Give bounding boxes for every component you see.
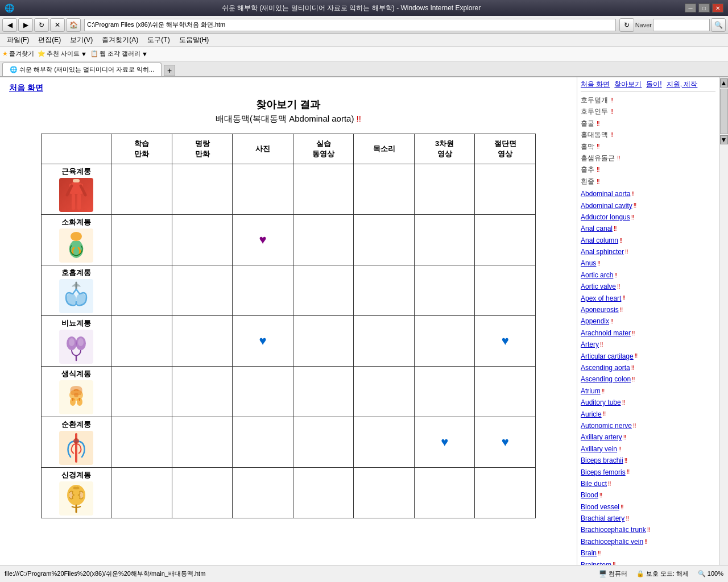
sidebar-link-biceps-femoris[interactable]: Biceps femoris (581, 467, 626, 478)
cell-uri-3-heart[interactable]: ♥ (233, 316, 293, 367)
refresh-button[interactable]: ↻ (34, 18, 49, 32)
cell-resp-2[interactable] (172, 265, 233, 316)
sidebar-home-link[interactable]: 처음 화면 (581, 80, 610, 89)
cell-digestive-2[interactable] (172, 215, 233, 265)
sidebar-ss-20[interactable]: ‼ (603, 409, 606, 419)
cell-resp-7[interactable] (475, 265, 536, 316)
sidebar-link-abdominal-aorta[interactable]: Abdominal aorta (581, 188, 630, 199)
home-link[interactable]: 처음 화면 (9, 83, 43, 92)
sidebar-link-axillary-artery[interactable]: Axillary artery (581, 431, 622, 443)
sidebar-ss-31[interactable]: ‼ (644, 537, 648, 547)
cell-circ-3[interactable] (233, 417, 293, 468)
sidebar-ss-korean-1[interactable]: ‼ (610, 95, 614, 106)
sidebar-ss-2[interactable]: ‼ (634, 200, 637, 211)
sidebar-ss-10[interactable]: ‼ (622, 293, 626, 304)
sidebar-link-auricle[interactable]: Auricle (581, 409, 602, 420)
sidebar-ss-25[interactable]: ‼ (627, 467, 630, 477)
heart-blue-circ-cross[interactable]: ♥ (502, 435, 509, 449)
heart-purple-digestive[interactable]: ♥ (259, 232, 267, 247)
scrollbar[interactable]: ▲ ▼ (719, 77, 728, 565)
cell-rep-1[interactable] (111, 367, 172, 417)
sidebar-link-atrium[interactable]: Atrium (581, 385, 601, 397)
sidebar-link-brainstem[interactable]: Brainstem (581, 559, 611, 565)
sidebar-ss-6[interactable]: ‼ (625, 247, 628, 257)
sidebar-link-ascending-aorta[interactable]: Ascending aorta (581, 362, 630, 373)
cell-uri-7-heart[interactable]: ♥ (475, 316, 536, 367)
cell-uri-4[interactable] (293, 316, 354, 367)
close-button[interactable]: ✕ (712, 3, 723, 13)
minimize-button[interactable]: ─ (685, 3, 696, 13)
cell-circ-2[interactable] (172, 417, 233, 468)
sidebar-link-anal-sphincter[interactable]: Anal sphincter (581, 246, 624, 257)
active-tab[interactable]: 🌐 쉬운 해부학 (재미있는 멀티미디어 자료로 익히... (2, 63, 162, 76)
sidebar-link-brain[interactable]: Brain (581, 547, 597, 559)
sidebar-link-abdominal-cavity[interactable]: Abdominal cavity (581, 200, 632, 211)
sidebar-ss-korean-7[interactable]: ‼ (597, 164, 600, 175)
cell-digestive-6[interactable] (414, 215, 475, 265)
go-button[interactable]: ↻ (619, 18, 634, 32)
search-input[interactable] (653, 19, 710, 31)
sidebar-ss-11[interactable]: ‼ (620, 305, 623, 315)
cell-circ-4[interactable] (293, 417, 354, 468)
search-item-link[interactable]: !! (357, 114, 361, 123)
cell-rep-2[interactable] (172, 367, 233, 417)
cell-digestive-4[interactable] (293, 215, 354, 265)
stop-button[interactable]: ✕ (50, 18, 65, 32)
sidebar-ss-15[interactable]: ‼ (635, 351, 638, 361)
cell-uri-2[interactable] (172, 316, 233, 367)
sidebar-ss-5[interactable]: ‼ (619, 235, 623, 246)
sidebar-ss-korean-2[interactable]: ‼ (610, 106, 614, 117)
menu-favorites[interactable]: 즐겨찾기(A) (97, 34, 143, 46)
sidebar-ss-14[interactable]: ‼ (600, 339, 603, 350)
sidebar-ss-13[interactable]: ‼ (632, 328, 635, 339)
new-tab-button[interactable]: + (164, 65, 175, 76)
home-button[interactable]: 🏠 (66, 18, 81, 32)
sidebar-link-adductor-longus[interactable]: Adductor longus (581, 211, 630, 223)
sidebar-link-brachiocephalic-vein[interactable]: Brachiocephalic vein (581, 536, 643, 547)
cell-uri-1[interactable] (111, 316, 172, 367)
cell-circ-1[interactable] (111, 417, 172, 468)
sidebar-link-aortic-valve[interactable]: Aortic valve (581, 281, 616, 292)
cell-nerv-5[interactable] (354, 468, 415, 518)
heart-blue-urinary-photo[interactable]: ♥ (259, 334, 267, 348)
sidebar-ss-19[interactable]: ‼ (622, 397, 626, 408)
cell-digestive-7[interactable] (475, 215, 536, 265)
sidebar-ss-3[interactable]: ‼ (631, 212, 635, 223)
menu-file[interactable]: 파일(F) (2, 34, 34, 46)
sidebar-link-blood[interactable]: Blood (581, 489, 598, 501)
cell-circ-6-heart[interactable]: ♥ (414, 417, 475, 468)
cell-digestive-5[interactable] (354, 215, 415, 265)
sidebar-link-anus[interactable]: Anus (581, 257, 596, 269)
sidebar-link-biceps-brachii[interactable]: Biceps brachii (581, 455, 623, 466)
maximize-button[interactable]: □ (698, 3, 710, 13)
cell-resp-3[interactable] (233, 265, 293, 316)
cell-rep-4[interactable] (293, 367, 354, 417)
cell-resp-5[interactable] (354, 265, 415, 316)
address-bar[interactable] (84, 19, 616, 31)
sidebar-ss-16[interactable]: ‼ (631, 363, 635, 373)
cell-digestive-1[interactable] (111, 215, 172, 265)
search-button[interactable]: 🔍 (711, 18, 726, 32)
heart-blue-urinary-cross[interactable]: ♥ (502, 334, 509, 348)
sidebar-link-arachnoid-mater[interactable]: Arachnoid mater (581, 327, 631, 339)
cell-muscle-3[interactable] (233, 164, 293, 215)
sidebar-ss-27[interactable]: ‼ (599, 490, 603, 501)
sidebar-ss-21[interactable]: ‼ (633, 421, 636, 431)
forward-button[interactable]: ▶ (18, 18, 33, 32)
sidebar-ss-1[interactable]: ‼ (631, 189, 635, 199)
sidebar-ss-17[interactable]: ‼ (632, 374, 635, 385)
cell-digestive-3-heart[interactable]: ♥ (233, 215, 293, 265)
sidebar-ss-22[interactable]: ‼ (623, 432, 627, 443)
sidebar-link-articular-cartilage[interactable]: Articular cartilage (581, 351, 634, 362)
sidebar-link-aortic-arch[interactable]: Aortic arch (581, 269, 613, 281)
favorites-button[interactable]: ★ 즐겨찾기 (2, 49, 34, 58)
sidebar-link-anal-column[interactable]: Anal column (581, 235, 618, 246)
back-button[interactable]: ◀ (2, 18, 17, 32)
sidebar-ss-28[interactable]: ‼ (621, 502, 624, 513)
sidebar-ss-32[interactable]: ‼ (598, 548, 601, 559)
cell-rep-5[interactable] (354, 367, 415, 417)
sidebar-ss-29[interactable]: ‼ (626, 513, 629, 524)
sidebar-link-autonomic-nerve[interactable]: Autonomic nerve (581, 420, 632, 431)
sidebar-ss-9[interactable]: ‼ (617, 281, 621, 292)
cell-resp-4[interactable] (293, 265, 354, 316)
